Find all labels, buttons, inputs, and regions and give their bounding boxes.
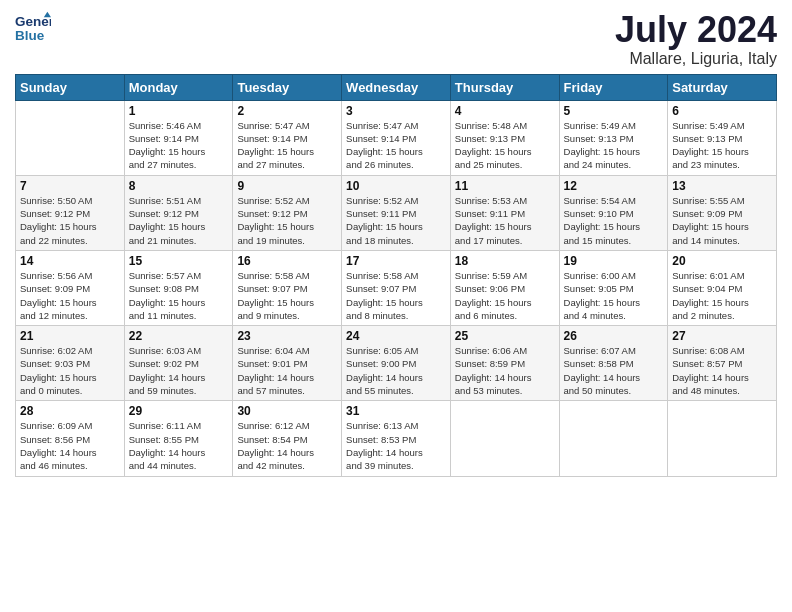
day-info: Sunrise: 5:56 AM Sunset: 9:09 PM Dayligh… bbox=[20, 269, 120, 322]
col-saturday: Saturday bbox=[668, 74, 777, 100]
table-row: 2Sunrise: 5:47 AM Sunset: 9:14 PM Daylig… bbox=[233, 100, 342, 175]
table-row: 28Sunrise: 6:09 AM Sunset: 8:56 PM Dayli… bbox=[16, 401, 125, 476]
day-number: 24 bbox=[346, 329, 446, 343]
calendar-week-row: 28Sunrise: 6:09 AM Sunset: 8:56 PM Dayli… bbox=[16, 401, 777, 476]
day-number: 29 bbox=[129, 404, 229, 418]
day-number: 13 bbox=[672, 179, 772, 193]
day-info: Sunrise: 5:47 AM Sunset: 9:14 PM Dayligh… bbox=[346, 119, 446, 172]
table-row: 24Sunrise: 6:05 AM Sunset: 9:00 PM Dayli… bbox=[342, 326, 451, 401]
day-info: Sunrise: 6:00 AM Sunset: 9:05 PM Dayligh… bbox=[564, 269, 664, 322]
day-number: 15 bbox=[129, 254, 229, 268]
day-number: 12 bbox=[564, 179, 664, 193]
table-row: 31Sunrise: 6:13 AM Sunset: 8:53 PM Dayli… bbox=[342, 401, 451, 476]
day-number: 5 bbox=[564, 104, 664, 118]
day-info: Sunrise: 5:58 AM Sunset: 9:07 PM Dayligh… bbox=[346, 269, 446, 322]
day-info: Sunrise: 6:07 AM Sunset: 8:58 PM Dayligh… bbox=[564, 344, 664, 397]
day-number: 23 bbox=[237, 329, 337, 343]
table-row: 25Sunrise: 6:06 AM Sunset: 8:59 PM Dayli… bbox=[450, 326, 559, 401]
table-row: 20Sunrise: 6:01 AM Sunset: 9:04 PM Dayli… bbox=[668, 250, 777, 325]
day-number: 27 bbox=[672, 329, 772, 343]
table-row: 9Sunrise: 5:52 AM Sunset: 9:12 PM Daylig… bbox=[233, 175, 342, 250]
day-number: 26 bbox=[564, 329, 664, 343]
day-info: Sunrise: 5:58 AM Sunset: 9:07 PM Dayligh… bbox=[237, 269, 337, 322]
table-row: 8Sunrise: 5:51 AM Sunset: 9:12 PM Daylig… bbox=[124, 175, 233, 250]
day-info: Sunrise: 5:51 AM Sunset: 9:12 PM Dayligh… bbox=[129, 194, 229, 247]
table-row: 10Sunrise: 5:52 AM Sunset: 9:11 PM Dayli… bbox=[342, 175, 451, 250]
calendar-table: Sunday Monday Tuesday Wednesday Thursday… bbox=[15, 74, 777, 477]
table-row: 13Sunrise: 5:55 AM Sunset: 9:09 PM Dayli… bbox=[668, 175, 777, 250]
day-info: Sunrise: 6:11 AM Sunset: 8:55 PM Dayligh… bbox=[129, 419, 229, 472]
day-number: 4 bbox=[455, 104, 555, 118]
day-number: 9 bbox=[237, 179, 337, 193]
table-row: 29Sunrise: 6:11 AM Sunset: 8:55 PM Dayli… bbox=[124, 401, 233, 476]
day-info: Sunrise: 5:52 AM Sunset: 9:11 PM Dayligh… bbox=[346, 194, 446, 247]
day-info: Sunrise: 6:06 AM Sunset: 8:59 PM Dayligh… bbox=[455, 344, 555, 397]
day-number: 10 bbox=[346, 179, 446, 193]
table-row: 3Sunrise: 5:47 AM Sunset: 9:14 PM Daylig… bbox=[342, 100, 451, 175]
header: General Blue July 2024 Mallare, Liguria,… bbox=[15, 10, 777, 68]
day-info: Sunrise: 5:53 AM Sunset: 9:11 PM Dayligh… bbox=[455, 194, 555, 247]
table-row: 15Sunrise: 5:57 AM Sunset: 9:08 PM Dayli… bbox=[124, 250, 233, 325]
table-row: 26Sunrise: 6:07 AM Sunset: 8:58 PM Dayli… bbox=[559, 326, 668, 401]
day-number: 7 bbox=[20, 179, 120, 193]
subtitle: Mallare, Liguria, Italy bbox=[615, 50, 777, 68]
col-friday: Friday bbox=[559, 74, 668, 100]
day-number: 31 bbox=[346, 404, 446, 418]
table-row bbox=[16, 100, 125, 175]
col-monday: Monday bbox=[124, 74, 233, 100]
day-info: Sunrise: 5:59 AM Sunset: 9:06 PM Dayligh… bbox=[455, 269, 555, 322]
table-row: 14Sunrise: 5:56 AM Sunset: 9:09 PM Dayli… bbox=[16, 250, 125, 325]
day-number: 16 bbox=[237, 254, 337, 268]
table-row: 30Sunrise: 6:12 AM Sunset: 8:54 PM Dayli… bbox=[233, 401, 342, 476]
table-row: 21Sunrise: 6:02 AM Sunset: 9:03 PM Dayli… bbox=[16, 326, 125, 401]
day-number: 22 bbox=[129, 329, 229, 343]
table-row: 12Sunrise: 5:54 AM Sunset: 9:10 PM Dayli… bbox=[559, 175, 668, 250]
day-info: Sunrise: 5:54 AM Sunset: 9:10 PM Dayligh… bbox=[564, 194, 664, 247]
day-number: 2 bbox=[237, 104, 337, 118]
main-title: July 2024 bbox=[615, 10, 777, 50]
day-number: 17 bbox=[346, 254, 446, 268]
svg-text:Blue: Blue bbox=[15, 28, 45, 43]
day-info: Sunrise: 6:13 AM Sunset: 8:53 PM Dayligh… bbox=[346, 419, 446, 472]
day-info: Sunrise: 6:05 AM Sunset: 9:00 PM Dayligh… bbox=[346, 344, 446, 397]
day-info: Sunrise: 6:12 AM Sunset: 8:54 PM Dayligh… bbox=[237, 419, 337, 472]
calendar-week-row: 1Sunrise: 5:46 AM Sunset: 9:14 PM Daylig… bbox=[16, 100, 777, 175]
day-info: Sunrise: 5:55 AM Sunset: 9:09 PM Dayligh… bbox=[672, 194, 772, 247]
table-row bbox=[668, 401, 777, 476]
col-thursday: Thursday bbox=[450, 74, 559, 100]
table-row: 5Sunrise: 5:49 AM Sunset: 9:13 PM Daylig… bbox=[559, 100, 668, 175]
table-row: 4Sunrise: 5:48 AM Sunset: 9:13 PM Daylig… bbox=[450, 100, 559, 175]
table-row: 17Sunrise: 5:58 AM Sunset: 9:07 PM Dayli… bbox=[342, 250, 451, 325]
table-row: 1Sunrise: 5:46 AM Sunset: 9:14 PM Daylig… bbox=[124, 100, 233, 175]
page: General Blue July 2024 Mallare, Liguria,… bbox=[0, 0, 792, 612]
table-row: 22Sunrise: 6:03 AM Sunset: 9:02 PM Dayli… bbox=[124, 326, 233, 401]
table-row bbox=[450, 401, 559, 476]
day-info: Sunrise: 6:09 AM Sunset: 8:56 PM Dayligh… bbox=[20, 419, 120, 472]
table-row: 19Sunrise: 6:00 AM Sunset: 9:05 PM Dayli… bbox=[559, 250, 668, 325]
day-number: 18 bbox=[455, 254, 555, 268]
day-number: 21 bbox=[20, 329, 120, 343]
table-row: 27Sunrise: 6:08 AM Sunset: 8:57 PM Dayli… bbox=[668, 326, 777, 401]
day-number: 19 bbox=[564, 254, 664, 268]
day-number: 3 bbox=[346, 104, 446, 118]
day-info: Sunrise: 5:52 AM Sunset: 9:12 PM Dayligh… bbox=[237, 194, 337, 247]
day-number: 30 bbox=[237, 404, 337, 418]
calendar-week-row: 7Sunrise: 5:50 AM Sunset: 9:12 PM Daylig… bbox=[16, 175, 777, 250]
day-number: 14 bbox=[20, 254, 120, 268]
calendar-week-row: 14Sunrise: 5:56 AM Sunset: 9:09 PM Dayli… bbox=[16, 250, 777, 325]
table-row: 16Sunrise: 5:58 AM Sunset: 9:07 PM Dayli… bbox=[233, 250, 342, 325]
day-info: Sunrise: 5:50 AM Sunset: 9:12 PM Dayligh… bbox=[20, 194, 120, 247]
col-wednesday: Wednesday bbox=[342, 74, 451, 100]
col-tuesday: Tuesday bbox=[233, 74, 342, 100]
table-row: 18Sunrise: 5:59 AM Sunset: 9:06 PM Dayli… bbox=[450, 250, 559, 325]
title-block: July 2024 Mallare, Liguria, Italy bbox=[615, 10, 777, 68]
day-info: Sunrise: 5:48 AM Sunset: 9:13 PM Dayligh… bbox=[455, 119, 555, 172]
logo-icon: General Blue bbox=[15, 10, 51, 46]
day-info: Sunrise: 6:08 AM Sunset: 8:57 PM Dayligh… bbox=[672, 344, 772, 397]
day-info: Sunrise: 5:47 AM Sunset: 9:14 PM Dayligh… bbox=[237, 119, 337, 172]
calendar-header-row: Sunday Monday Tuesday Wednesday Thursday… bbox=[16, 74, 777, 100]
table-row: 11Sunrise: 5:53 AM Sunset: 9:11 PM Dayli… bbox=[450, 175, 559, 250]
table-row: 7Sunrise: 5:50 AM Sunset: 9:12 PM Daylig… bbox=[16, 175, 125, 250]
day-number: 1 bbox=[129, 104, 229, 118]
day-number: 28 bbox=[20, 404, 120, 418]
